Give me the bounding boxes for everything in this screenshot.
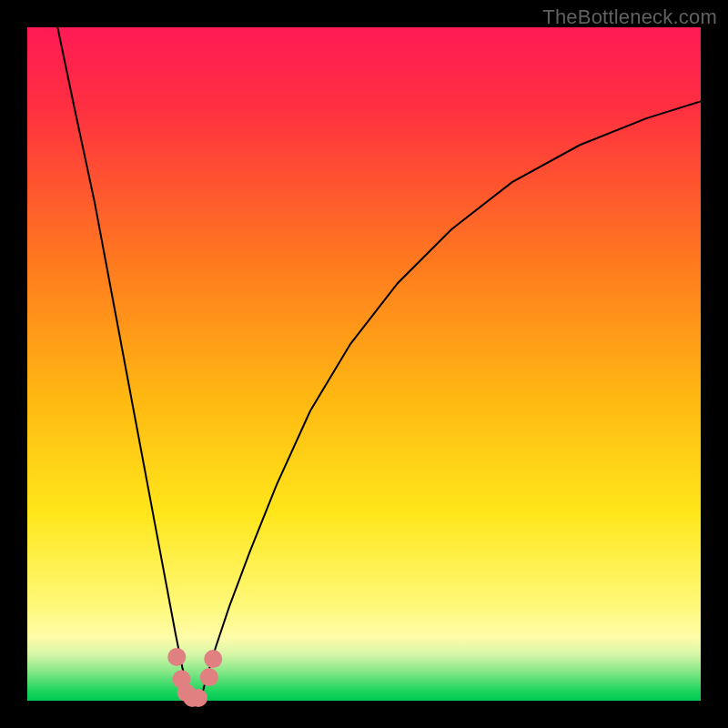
marker-dot: [167, 648, 186, 666]
bottleneck-chart: [0, 0, 728, 728]
plot-background: [27, 27, 701, 701]
marker-dot: [200, 668, 218, 686]
marker-dot: [189, 689, 207, 707]
marker-dot: [204, 650, 222, 668]
figure-frame: TheBottleneck.com: [0, 0, 728, 728]
watermark-text: TheBottleneck.com: [542, 5, 717, 29]
